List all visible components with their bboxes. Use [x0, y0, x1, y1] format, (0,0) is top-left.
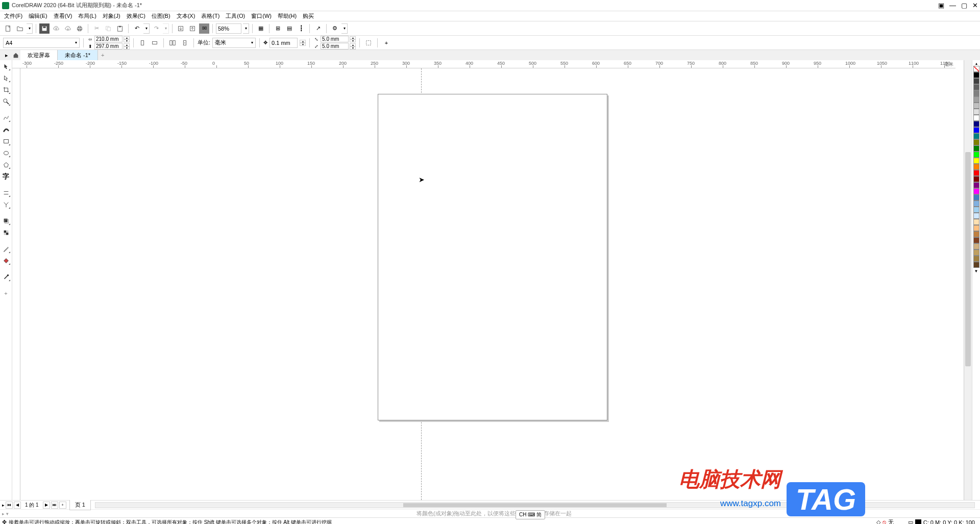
current-page-button[interactable] [180, 38, 190, 48]
zoom-tool[interactable] [1, 96, 11, 107]
polygon-tool[interactable] [1, 160, 11, 170]
menu-effects[interactable]: 效果(C) [124, 11, 149, 21]
color-swatch[interactable] [973, 231, 979, 237]
menu-view[interactable]: 查看(V) [51, 11, 76, 21]
hscroll-thumb[interactable] [403, 503, 667, 507]
nav-expand-icon[interactable]: ▸ [2, 503, 5, 508]
menu-object[interactable]: 对象(J) [100, 11, 124, 21]
fill-tool[interactable] [1, 256, 11, 266]
shape-tool[interactable] [1, 73, 11, 83]
color-swatch[interactable] [973, 133, 979, 139]
color-swatch[interactable] [973, 243, 979, 249]
export-button[interactable] [187, 23, 198, 34]
color-swatch[interactable] [973, 152, 979, 158]
menu-text[interactable]: 文本(X) [174, 11, 199, 21]
all-pages-button[interactable] [167, 38, 178, 48]
menu-tools[interactable]: 工具(O) [223, 11, 248, 21]
undo-button[interactable]: ↶ [132, 23, 142, 34]
outline-pen-tool[interactable] [1, 272, 11, 282]
fullscreen-button[interactable]: ▦ [256, 23, 266, 34]
menu-table[interactable]: 表格(T) [198, 11, 223, 21]
color-swatch[interactable] [973, 78, 979, 84]
drop-shadow-tool[interactable] [1, 216, 11, 226]
menu-help[interactable]: 帮助(H) [275, 11, 300, 21]
color-swatch[interactable] [973, 127, 979, 133]
cloud-download-button[interactable] [63, 23, 73, 34]
page-size-combo[interactable]: A4 ▾ [3, 38, 80, 48]
open-button[interactable] [15, 23, 25, 34]
tab-document1[interactable]: 未命名 -1* [58, 50, 98, 61]
cloud-upload-button[interactable] [51, 23, 61, 34]
no-color-swatch[interactable] [973, 66, 979, 72]
home-tab-icon[interactable] [11, 51, 20, 60]
connector-tool[interactable] [1, 199, 11, 210]
color-swatch[interactable] [973, 170, 979, 176]
redo-dropdown[interactable]: ▾ [163, 23, 169, 34]
zoom-level-input[interactable] [216, 23, 241, 34]
artistic-media-tool[interactable] [1, 124, 11, 135]
undo-dropdown[interactable]: ▾ [143, 23, 150, 34]
palette-flyout-icon[interactable]: ▸ ▾ [2, 511, 9, 516]
color-swatch[interactable] [973, 219, 979, 225]
nudge-input[interactable] [270, 38, 298, 48]
palette-down-icon[interactable]: ▼ [973, 269, 979, 274]
toolbox-add-button[interactable]: + [1, 288, 11, 298]
color-swatch[interactable] [973, 213, 979, 219]
layout-toggle-icon[interactable]: ▣ [938, 2, 944, 9]
close-button[interactable]: ✕ [972, 2, 978, 9]
pick-tool[interactable] [1, 61, 11, 71]
color-swatch[interactable] [973, 164, 979, 170]
ellipse-tool[interactable] [1, 148, 11, 158]
width-down[interactable]: ▾ [124, 39, 130, 42]
nudge-down[interactable]: ▾ [300, 43, 306, 46]
color-swatch[interactable] [973, 176, 979, 182]
color-swatch[interactable] [973, 115, 979, 121]
grid-button[interactable]: ▤ [284, 23, 295, 34]
page-tab-1[interactable]: 页 1 [69, 500, 91, 510]
rectangle-tool[interactable] [1, 136, 11, 146]
maximize-button[interactable]: ▢ [961, 2, 967, 9]
guides-button[interactable]: ┇ [296, 23, 306, 34]
first-page-button[interactable]: ⏮ [6, 502, 13, 509]
menu-file[interactable]: 文件(F) [1, 11, 26, 21]
color-swatch[interactable] [973, 188, 979, 194]
color-swatch[interactable] [973, 109, 979, 115]
treat-as-filled-button[interactable] [363, 38, 374, 48]
color-swatch[interactable] [973, 182, 979, 188]
options-button[interactable]: ⚙ [330, 23, 340, 34]
minimize-button[interactable]: — [949, 2, 956, 9]
fill-indicator-icon[interactable]: ◇ [876, 519, 880, 524]
menu-edit[interactable]: 编辑(E) [26, 11, 51, 21]
options-dropdown[interactable]: ▾ [341, 23, 348, 34]
vertical-scrollbar[interactable] [964, 60, 972, 500]
color-swatch[interactable] [973, 237, 979, 243]
parallel-dim-tool[interactable] [1, 188, 11, 198]
transparency-tool[interactable] [1, 228, 11, 238]
snap-button[interactable]: ⊞ [273, 23, 283, 34]
color-swatch[interactable] [973, 139, 979, 145]
menu-buy[interactable]: 购买 [300, 11, 317, 21]
color-swatch[interactable] [973, 256, 979, 262]
color-swatch[interactable] [973, 194, 979, 201]
ime-indicator[interactable]: CH ⌨ 简 [516, 510, 545, 519]
portrait-button[interactable] [137, 38, 148, 48]
menu-bitmaps[interactable]: 位图(B) [149, 11, 174, 21]
paste-button[interactable] [115, 23, 125, 34]
color-swatch[interactable] [973, 201, 979, 207]
print-button[interactable] [75, 23, 85, 34]
vscroll-thumb[interactable] [965, 152, 971, 366]
launch-button[interactable]: ↗ [313, 23, 323, 34]
outline-indicator-icon[interactable]: ▭ [908, 519, 913, 524]
freehand-tool[interactable] [1, 113, 11, 123]
duplicate-x-input[interactable] [321, 36, 349, 42]
page-height-input[interactable] [94, 43, 122, 49]
color-swatch[interactable] [973, 249, 979, 256]
color-swatch[interactable] [973, 207, 979, 213]
menu-window[interactable]: 窗口(W) [248, 11, 275, 21]
menu-layout[interactable]: 布局(L) [75, 11, 99, 21]
vertical-ruler[interactable] [12, 68, 20, 500]
new-button[interactable] [3, 23, 13, 34]
prev-page-button[interactable]: ◀ [14, 502, 21, 509]
add-page-button[interactable]: + [59, 502, 66, 509]
tab-add-button[interactable]: + [98, 52, 107, 58]
